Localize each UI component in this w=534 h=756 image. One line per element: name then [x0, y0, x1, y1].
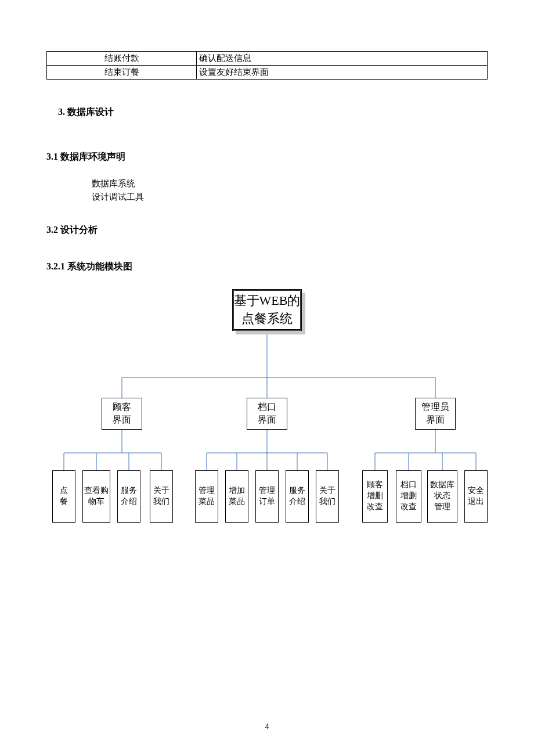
- cell: 结束订餐: [47, 66, 197, 80]
- table-row: 结束订餐 设置友好结束界面: [47, 66, 488, 80]
- heading-3: 3. 数据库设计: [58, 106, 488, 118]
- leaf-node: 服务 介绍: [286, 470, 309, 523]
- mid-node-vendor: 档口 界面: [247, 398, 287, 430]
- document-page: 结账付款 确认配送信息 结束订餐 设置友好结束界面 3. 数据库设计 3.1 数…: [0, 0, 534, 756]
- env-line: 数据库系统: [92, 177, 488, 190]
- heading-3-2: 3.2 设计分析: [46, 224, 488, 236]
- leaf-node: 服务 介绍: [117, 470, 140, 523]
- requirements-table: 结账付款 确认配送信息 结束订餐 设置友好结束界面: [46, 51, 488, 80]
- leaf-node: 增加 菜品: [225, 470, 248, 523]
- cell: 设置友好结束界面: [197, 66, 488, 80]
- root-node: 基于WEB的 点餐系统: [232, 289, 302, 331]
- leaf-node: 档口 增删 改查: [396, 470, 421, 523]
- heading-3-2-1: 3.2.1 系统功能模块图: [46, 261, 488, 273]
- leaf-node: 管理 订单: [255, 470, 279, 523]
- page-number: 4: [0, 722, 534, 732]
- mid-node-admin: 管理员 界面: [415, 398, 456, 430]
- leaf-node: 关于 我们: [316, 470, 339, 523]
- heading-3-1: 3.1 数据库环境声明: [46, 151, 488, 163]
- cell: 确认配送信息: [197, 52, 488, 66]
- leaf-node: 数据库 状态 管理: [427, 470, 457, 523]
- mid-node-customer: 顾客 界面: [102, 398, 142, 430]
- leaf-node: 查看购 物车: [82, 470, 110, 523]
- leaf-node: 点 餐: [52, 470, 75, 523]
- env-declaration: 数据库系统 设计调试工具: [92, 177, 488, 204]
- table-row: 结账付款 确认配送信息: [47, 52, 488, 66]
- system-module-diagram: 基于WEB的 点餐系统 顾客 界面 档口 界面 管理员 界面 点 餐 查看购 物…: [46, 285, 488, 563]
- env-line: 设计调试工具: [92, 190, 488, 204]
- leaf-node: 管理 菜品: [195, 470, 218, 523]
- cell: 结账付款: [47, 52, 197, 66]
- leaf-node: 关于 我们: [150, 470, 173, 523]
- leaf-node: 顾客 增删 改查: [362, 470, 388, 523]
- leaf-node: 安全 退出: [464, 470, 488, 523]
